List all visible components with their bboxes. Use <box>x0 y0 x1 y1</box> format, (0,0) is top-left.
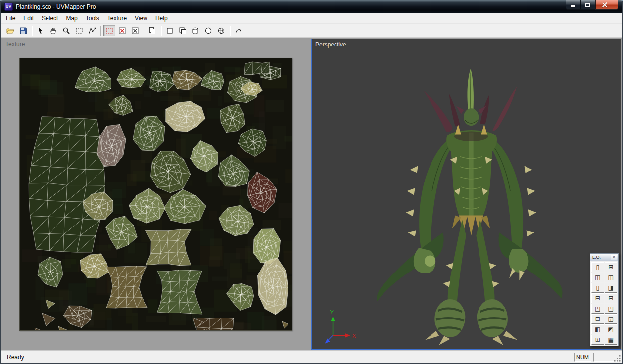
delete-facets-button[interactable] <box>129 25 141 36</box>
layout-palette: L.O. × ▯ ⊞ ◫ ◫ ▯ ◨ ⊟ ⊟ ◰ ◳ ⊟ ◱ ◧ <box>590 253 619 346</box>
menu-item-edit[interactable]: Edit <box>19 13 38 23</box>
axis-y-label: Y <box>330 309 334 315</box>
app-icon[interactable]: UV <box>4 3 13 11</box>
layout-option-button[interactable]: ◳ <box>605 304 618 314</box>
layout-options-grid: ▯ ⊞ ◫ ◫ ▯ ◨ ⊟ ⊟ ◰ ◳ ⊟ ◱ ◧ ◩ ⊞ ▦ <box>590 261 618 346</box>
menubar: File Edit Select Map Tools Texture View … <box>1 13 622 24</box>
cylinder-icon <box>192 27 199 35</box>
layout-option-button[interactable]: ◫ <box>605 273 618 282</box>
curved-arrow-icon <box>235 27 242 35</box>
resize-grip[interactable] <box>614 355 622 363</box>
open-button[interactable] <box>4 25 16 36</box>
two-squares-icon <box>179 27 187 35</box>
menu-item-select[interactable]: Select <box>38 13 62 23</box>
box-mapping-button[interactable] <box>177 25 189 36</box>
zoom-tool-button[interactable] <box>60 25 72 36</box>
clear-selection-button[interactable] <box>116 25 128 36</box>
layout-option-button[interactable]: ⊞ <box>591 335 604 345</box>
menu-item-file[interactable]: File <box>2 13 19 23</box>
spherical-mapping-button[interactable] <box>202 25 214 36</box>
sphere-meridian-icon <box>217 27 225 35</box>
uvmapper-window: UV Plantking.sco - UVMapper Pro File Edi… <box>0 0 623 364</box>
polyline-icon <box>88 27 96 35</box>
hand-icon <box>49 27 57 35</box>
toolbar-separator <box>161 26 161 36</box>
minimize-button[interactable] <box>566 0 580 10</box>
perspective-pane-label: Perspective <box>315 41 346 48</box>
cylindrical-cap-mapping-button[interactable] <box>215 25 227 36</box>
layout-option-button[interactable]: ⊟ <box>591 314 604 324</box>
interpolate-button[interactable] <box>233 25 244 36</box>
perspective-pane[interactable]: Perspective <box>311 39 621 350</box>
layout-option-button[interactable]: ◫ <box>591 273 604 282</box>
menu-item-tools[interactable]: Tools <box>82 13 103 23</box>
layout-option-button[interactable]: ⊟ <box>605 293 618 303</box>
axis-gizmo: Y X <box>325 309 356 343</box>
toolbar-separator <box>100 26 101 36</box>
square-icon <box>166 27 174 35</box>
cursor-icon <box>37 27 45 35</box>
layout-option-button[interactable]: ◱ <box>605 314 618 324</box>
titlebar[interactable]: UV Plantking.sco - UVMapper Pro <box>1 0 622 13</box>
plant-monster-model: Y X <box>312 39 621 349</box>
layout-palette-titlebar[interactable]: L.O. × <box>590 254 618 261</box>
red-x-box-icon <box>118 27 126 35</box>
layout-option-button[interactable]: ▯ <box>591 262 604 272</box>
copy-icon <box>148 27 156 35</box>
layout-palette-close-button[interactable]: × <box>611 255 617 260</box>
layout-option-button[interactable]: ◰ <box>591 304 604 314</box>
layout-option-button[interactable]: ▯ <box>591 283 604 293</box>
close-button[interactable] <box>595 0 618 10</box>
toolbar <box>1 24 622 38</box>
uv-selection-mode-button[interactable] <box>103 25 115 36</box>
layout-option-button[interactable]: ▦ <box>605 335 618 345</box>
menu-item-help[interactable]: Help <box>151 13 172 23</box>
texture-pane-label: Texture <box>5 41 25 47</box>
save-button[interactable] <box>17 25 29 36</box>
client-area: Texture Perspective <box>1 38 622 351</box>
minimize-icon <box>571 5 575 7</box>
maximize-button[interactable] <box>580 0 595 10</box>
layout-option-button[interactable]: ◧ <box>591 324 604 334</box>
statusbar: Ready NUM <box>1 351 622 363</box>
magnifier-icon <box>62 27 70 35</box>
dashed-rect-icon <box>75 27 83 35</box>
marquee-select-button[interactable] <box>73 25 85 36</box>
layout-option-button[interactable]: ◨ <box>605 283 618 293</box>
cylindrical-mapping-button[interactable] <box>190 25 201 36</box>
texture-pane: Texture <box>2 39 310 350</box>
layout-palette-title: L.O. <box>592 255 601 260</box>
toolbar-separator <box>144 26 144 36</box>
layout-option-button[interactable]: ⊟ <box>591 293 604 303</box>
circle-icon <box>204 27 212 35</box>
menu-item-texture[interactable]: Texture <box>103 13 131 23</box>
select-tool-button[interactable] <box>35 25 47 36</box>
red-dashed-rect-icon <box>105 27 113 35</box>
uv-map-view[interactable] <box>19 58 292 331</box>
copy-button[interactable] <box>146 25 158 36</box>
planar-mapping-button[interactable] <box>164 25 176 36</box>
maximize-icon <box>585 3 590 7</box>
save-icon <box>19 27 27 35</box>
status-text: Ready <box>7 354 24 361</box>
toolbar-separator <box>32 26 32 36</box>
x-box-icon <box>131 27 139 35</box>
window-title: Plantking.sco - UVMapper Pro <box>16 3 96 10</box>
uv-wireframe-canvas[interactable] <box>20 58 292 330</box>
layout-option-button[interactable]: ◩ <box>605 324 618 334</box>
open-folder-icon <box>6 27 14 35</box>
axis-x-label: X <box>352 333 356 339</box>
polyline-select-button[interactable] <box>86 25 98 36</box>
menu-item-view[interactable]: View <box>131 13 151 23</box>
menu-item-map[interactable]: Map <box>62 13 81 23</box>
toolbar-separator <box>230 26 230 36</box>
num-lock-indicator: NUM <box>574 353 591 362</box>
layout-option-button[interactable]: ⊞ <box>605 262 618 272</box>
pan-tool-button[interactable] <box>48 25 59 36</box>
